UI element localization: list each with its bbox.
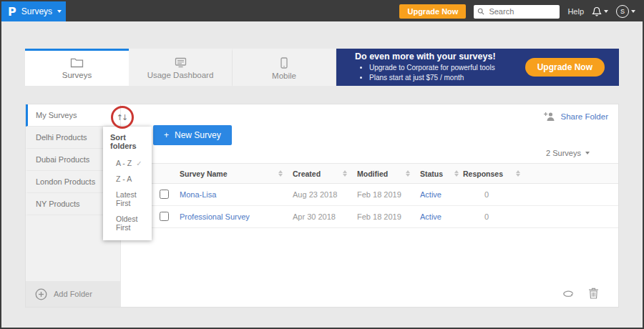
responses-cell: 0 bbox=[463, 212, 525, 221]
banner-upgrade-button[interactable]: Upgrade Now bbox=[525, 58, 605, 77]
tab-label: Usage Dashboard bbox=[147, 71, 214, 79]
column-label: Modified bbox=[357, 170, 388, 178]
column-label: Responses bbox=[463, 170, 503, 178]
sort-arrows-icon bbox=[516, 170, 520, 177]
folder-icon bbox=[70, 57, 84, 68]
status-badge[interactable]: Active bbox=[420, 190, 441, 199]
notifications-menu[interactable] bbox=[592, 6, 608, 17]
brand-logo-icon: P bbox=[8, 5, 16, 19]
upgrade-banner: Do even more with your surveys! Upgrade … bbox=[336, 49, 619, 86]
chevron-down-icon bbox=[585, 152, 590, 154]
responses-cell: 0 bbox=[463, 190, 525, 199]
menu-item-label: A - Z bbox=[116, 159, 132, 167]
banner-title: Do even more with your surveys! bbox=[355, 51, 496, 62]
help-link[interactable]: Help bbox=[567, 7, 584, 16]
sort-menu-title: Sort folders bbox=[103, 133, 152, 155]
menu-item-z-a[interactable]: Z - A bbox=[103, 171, 152, 187]
banner-bullet: Plans start at just $75 / month bbox=[369, 73, 496, 83]
status-badge[interactable]: Active bbox=[420, 212, 441, 221]
row-checkbox-cell bbox=[160, 190, 180, 200]
new-survey-button[interactable]: + New Survey bbox=[153, 125, 232, 145]
add-folder-button[interactable]: Add Folder bbox=[26, 281, 120, 307]
column-header-responses[interactable]: Responses bbox=[463, 170, 525, 178]
banner-bullet: Upgrade to Corporate for powerful tools bbox=[369, 63, 496, 73]
annotation-circle: ↑↓ bbox=[111, 106, 134, 129]
chevron-down-icon bbox=[604, 10, 608, 13]
top-bar: P Surveys Upgrade Now Help S bbox=[1, 1, 643, 21]
row-checkbox[interactable] bbox=[160, 212, 169, 221]
share-person-icon bbox=[544, 112, 556, 121]
menu-item-label: Z - A bbox=[116, 175, 132, 183]
bulk-action-icons bbox=[562, 288, 599, 299]
menu-item-label: Oldest First bbox=[116, 215, 152, 232]
sort-arrows-icon bbox=[278, 170, 283, 177]
survey-list-area: Share Folder + New Survey 2 Surveys Surv… bbox=[121, 104, 618, 307]
survey-name-link[interactable]: Professional Survey bbox=[180, 212, 250, 221]
upgrade-now-button[interactable]: Upgrade Now bbox=[399, 4, 466, 19]
chevron-down-icon bbox=[57, 10, 62, 13]
created-cell: Apr 30 2018 bbox=[293, 212, 357, 221]
sort-arrows-icon bbox=[454, 170, 459, 177]
survey-count-label: 2 Surveys bbox=[546, 149, 581, 157]
topbar-actions: Upgrade Now Help S bbox=[399, 1, 643, 21]
trash-icon[interactable] bbox=[588, 288, 599, 299]
column-header-survey-name[interactable]: Survey Name bbox=[180, 170, 293, 178]
add-folder-label: Add Folder bbox=[54, 290, 92, 298]
survey-count-dropdown[interactable]: 2 Surveys bbox=[546, 149, 590, 157]
survey-name-link[interactable]: Mona-Lisa bbox=[180, 190, 216, 199]
search-input[interactable] bbox=[487, 6, 556, 16]
status-cell: Active bbox=[420, 190, 463, 199]
sort-arrows-icon bbox=[406, 170, 410, 177]
avatar: S bbox=[616, 5, 629, 18]
table-row: Professional Survey Apr 30 2018 Feb 18 2… bbox=[121, 206, 618, 228]
modified-cell: Feb 18 2019 bbox=[357, 212, 420, 221]
bell-icon bbox=[592, 6, 602, 17]
menu-item-latest-first[interactable]: Latest First bbox=[103, 187, 152, 211]
column-header-created[interactable]: Created bbox=[293, 170, 357, 178]
status-cell: Active bbox=[420, 212, 463, 221]
new-survey-label: New Survey bbox=[175, 130, 221, 140]
search-icon bbox=[477, 7, 484, 16]
column-label: Created bbox=[293, 170, 321, 178]
tab-mobile[interactable]: Mobile bbox=[233, 49, 336, 86]
menu-item-oldest-first[interactable]: Oldest First bbox=[103, 211, 152, 235]
surveys-panel: My Surveys Delhi Products Dubai Products… bbox=[25, 104, 619, 308]
account-menu[interactable]: S bbox=[616, 5, 635, 18]
mobile-icon bbox=[280, 57, 288, 69]
row-checkbox-cell bbox=[160, 212, 180, 222]
column-header-status[interactable]: Status bbox=[420, 170, 463, 178]
share-folder-label: Share Folder bbox=[561, 112, 608, 121]
product-switcher[interactable]: P Surveys bbox=[1, 1, 66, 21]
menu-item-a-z[interactable]: A - Z ✓ bbox=[103, 155, 152, 171]
plus-circle-icon bbox=[35, 288, 47, 300]
product-name: Surveys bbox=[21, 6, 52, 16]
tab-surveys[interactable]: Surveys bbox=[25, 49, 129, 86]
tabs-row: Surveys Usage Dashboard Mobile Do even m… bbox=[25, 49, 619, 86]
sidebar-item-my-surveys[interactable]: My Surveys bbox=[26, 104, 120, 127]
plus-icon: + bbox=[164, 130, 169, 140]
table-row: Mona-Lisa Aug 23 2018 Feb 18 2019 Active… bbox=[121, 184, 618, 206]
banner-bullets: Upgrade to Corporate for powerful tools … bbox=[348, 63, 496, 83]
surveys-table: Survey Name Created Modified Status bbox=[121, 163, 618, 228]
dashboard-icon bbox=[174, 57, 187, 68]
chevron-down-icon bbox=[631, 10, 635, 13]
sort-arrows-icon bbox=[343, 170, 347, 177]
search-box[interactable] bbox=[474, 5, 560, 19]
app-window: P Surveys Upgrade Now Help S Surveys bbox=[0, 0, 644, 329]
check-icon: ✓ bbox=[136, 159, 142, 167]
modified-cell: Feb 18 2019 bbox=[357, 190, 420, 199]
restore-icon[interactable] bbox=[562, 288, 575, 298]
column-label: Survey Name bbox=[180, 170, 228, 178]
tab-usage-dashboard[interactable]: Usage Dashboard bbox=[129, 49, 233, 86]
column-header-modified[interactable]: Modified bbox=[357, 170, 420, 178]
menu-item-label: Latest First bbox=[116, 190, 152, 207]
banner-text: Do even more with your surveys! Upgrade … bbox=[348, 51, 496, 83]
tab-label: Surveys bbox=[62, 71, 92, 79]
column-label: Status bbox=[420, 170, 443, 178]
share-folder-link[interactable]: Share Folder bbox=[544, 112, 608, 121]
sort-folders-icon[interactable]: ↑↓ bbox=[117, 113, 128, 122]
row-checkbox[interactable] bbox=[160, 190, 169, 199]
tab-label: Mobile bbox=[272, 72, 296, 80]
created-cell: Aug 23 2018 bbox=[293, 190, 357, 199]
sort-folders-menu: Sort folders A - Z ✓ Z - A Latest First … bbox=[103, 127, 152, 240]
